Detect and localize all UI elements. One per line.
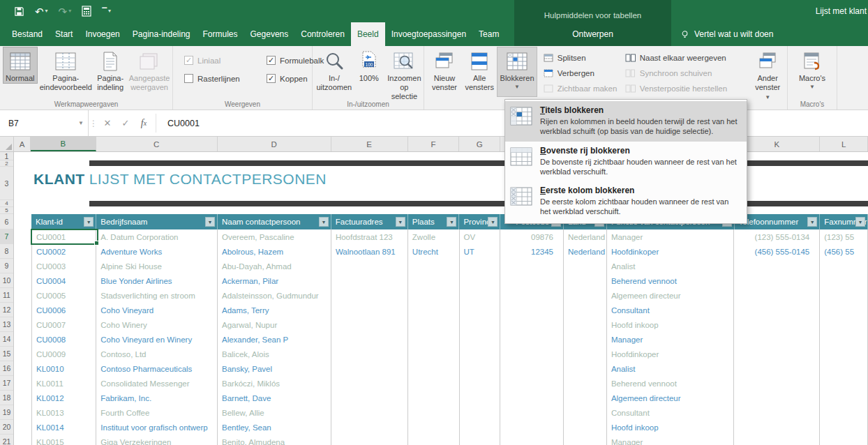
column-header-l[interactable]: L [820,137,868,151]
table-header-klant-id[interactable]: Klant-id▼ [31,214,96,229]
tab-gegevens[interactable]: Gegevens [244,22,295,46]
tab-ontwerpen[interactable]: Ontwerpen [566,29,620,39]
split-button[interactable]: Splitsen [543,52,617,64]
cell[interactable]: 12345 [500,244,564,259]
cell[interactable]: Hoofd inkoop [607,420,735,435]
menu-item-bovenste-rij-blokkeren[interactable]: Bovenste rij blokkerenDe bovenste rij zi… [505,142,747,182]
cell[interactable] [408,405,460,420]
row-header-7[interactable]: 7 [0,229,13,244]
cell[interactable]: CU0002 [31,244,96,259]
cell[interactable] [820,332,868,347]
table-header-provincie[interactable]: Provincie▼ [459,214,500,229]
arrange-all-button[interactable]: Alle vensters [462,47,497,93]
cell[interactable] [460,420,501,435]
hide-button[interactable]: Verbergen [543,67,617,80]
cancel-icon[interactable]: ✕ [98,110,117,136]
row-header-17[interactable]: 17 [0,376,13,391]
cell[interactable]: Consultant [607,405,735,420]
cell[interactable] [734,273,820,288]
tab-invoegen[interactable]: Invoegen [79,22,126,46]
cell[interactable]: A. Datum Corporation [96,229,218,244]
tab-start[interactable]: Start [49,22,79,46]
cell[interactable] [331,391,408,405]
cell[interactable]: Analist [607,361,735,376]
cell[interactable]: Consolidated Messenger [96,376,218,391]
column-header-e[interactable]: E [331,137,408,151]
cell[interactable] [500,332,564,347]
cell[interactable] [460,347,501,361]
cell[interactable] [408,332,460,347]
cell[interactable] [564,405,607,420]
filter-dropdown-icon[interactable]: ▼ [807,217,817,227]
row-header-8[interactable]: 8 [0,244,13,259]
table-header-bedrijfsnaam[interactable]: Bedrijfsnaam▼ [96,214,218,229]
cell[interactable] [500,420,564,435]
cell[interactable]: Contoso Pharmaceuticals [96,361,218,376]
filter-dropdown-icon[interactable]: ▼ [488,217,497,227]
filter-dropdown-icon[interactable]: ▼ [205,217,215,227]
table-header-naam-contactpersoon[interactable]: Naam contactpersoon▼ [218,214,331,229]
row-header-20[interactable]: 20 [0,420,13,435]
checkbox-rasterlijnen[interactable]: Rasterlijnen [184,74,251,83]
cell[interactable] [408,273,460,288]
cell[interactable] [734,376,820,391]
cell[interactable] [564,259,607,273]
tell-me-box[interactable]: Vertel wat u wilt doen [680,22,773,46]
cell[interactable] [460,273,501,288]
cell[interactable] [500,259,564,273]
cell[interactable]: Fourth Coffee [96,405,218,420]
cell[interactable] [564,376,607,391]
row-header-12[interactable]: 12 [0,303,13,317]
cell[interactable] [460,376,501,391]
cell[interactable]: Abu-Dayah, Ahmad [218,259,331,273]
row-header-10[interactable]: 10 [0,273,13,288]
cell[interactable] [820,259,868,273]
row-header-13[interactable]: 13 [0,317,13,332]
column-header-g[interactable]: G [459,137,500,151]
menu-item-titels-blokkeren[interactable]: Titels blokkerenRijen en kolommen in bee… [505,101,747,142]
cell[interactable] [408,435,460,445]
tab-controleren[interactable]: Controleren [294,22,351,46]
cell[interactable]: Barkóczi, Miklós [218,376,331,391]
cell[interactable]: Manager [607,435,735,445]
row-header-14[interactable]: 14 [0,332,13,347]
column-header-b[interactable]: B [31,137,96,151]
cell[interactable] [820,361,868,376]
cell[interactable]: (123) 555-0134 [734,229,820,244]
cell[interactable]: Coho Vineyard en Winery [96,332,218,347]
cell[interactable] [820,317,868,332]
cell[interactable] [734,435,820,445]
new-window-button[interactable]: Nieuw venster [427,47,462,93]
cell[interactable]: Zwolle [408,229,460,244]
cell[interactable]: Beherend vennoot [607,376,735,391]
filter-dropdown-icon[interactable]: ▼ [855,217,865,227]
cell[interactable] [564,361,607,376]
calculator-icon[interactable] [82,5,91,17]
cell[interactable]: CU0008 [31,332,96,347]
cell[interactable] [500,347,564,361]
row-header-16[interactable]: 16 [0,361,13,376]
cell[interactable] [460,361,501,376]
cell[interactable] [734,259,820,273]
cell[interactable] [331,435,408,445]
cell[interactable] [564,391,607,405]
cell[interactable]: Nederland [564,244,607,259]
cell[interactable] [460,288,501,303]
cell[interactable]: Bentley, Sean [218,420,331,435]
cell[interactable]: Bellew, Allie [218,405,331,420]
row-header-21[interactable]: 21 [0,435,13,445]
cell[interactable] [734,288,820,303]
cell[interactable]: Beherend vennoot [607,273,735,288]
cell[interactable] [564,317,607,332]
cell[interactable] [820,376,868,391]
cell[interactable] [820,303,868,317]
cell[interactable] [734,405,820,420]
cell[interactable] [331,332,408,347]
cell[interactable] [564,435,607,445]
cell[interactable] [734,303,820,317]
zoom-100-button[interactable]: 100 100% [353,47,385,84]
column-header-a[interactable]: A [14,137,31,151]
cell[interactable] [734,420,820,435]
table-header-factuuradres[interactable]: Factuuradres▼ [331,214,408,229]
cell[interactable] [331,361,408,376]
